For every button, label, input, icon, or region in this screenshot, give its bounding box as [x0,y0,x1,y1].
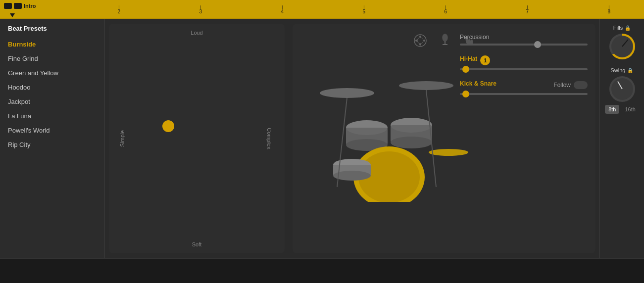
svg-point-2 [419,36,421,38]
hihat-slider[interactable] [460,68,588,70]
ruler-mark-5: 5 [362,4,365,14]
fills-section: Fills 🔒 [609,25,635,59]
ruler-mark-6: 6 [444,4,447,14]
loop-icon: ↩ [14,3,22,9]
pad-label-soft: Soft [192,241,202,247]
fills-knob-inner [611,36,633,57]
swing-8th-button[interactable]: 8th [605,105,619,114]
swing-lock-icon: 🔒 [627,68,633,73]
fills-label: Fills 🔒 [613,25,631,31]
kick-snare-row: Kick & Snare Follow [460,80,588,90]
preset-la-luna[interactable]: La Luna [0,109,104,123]
preset-hoodoo[interactable]: Hoodoo [0,80,104,94]
svg-point-4 [415,40,417,42]
ruler-mark-3: 3 [199,4,202,14]
swing-section: Swing 🔒 8th 16th [605,67,639,114]
svg-point-9 [320,88,374,98]
timeline-section-label: Intro [24,3,36,9]
bottom-bar [0,258,644,283]
hihat-label-row: Hi-Hat 1 [460,55,588,65]
preset-jackpot[interactable]: Jackpot [0,94,104,109]
kick-snare-slider[interactable] [460,93,588,95]
pad-label-loud: Loud [191,30,202,36]
hihat-thumb[interactable] [462,66,469,73]
hihat-badge: 1 [480,55,490,65]
pad-label-complex: Complex [266,128,272,149]
ruler-mark-7: 7 [526,4,529,14]
svg-point-17 [391,137,432,148]
sidebar-title: Beat Presets [0,25,104,37]
pad-label-simple: Simple [119,130,125,147]
svg-point-3 [423,40,425,42]
fills-knob[interactable] [609,34,635,59]
swing-16th-button[interactable]: 16th [621,105,639,114]
sidebar: Beat Presets Burnside Fine Grind Green a… [0,19,105,258]
fills-lock-icon: 🔒 [625,25,631,31]
right-panel: Fills 🔒 Swing 🔒 8th 16th [599,19,644,258]
follow-toggle: Follow [553,81,588,89]
kick-snare-label: Kick & Snare [460,80,496,87]
percussion-section: Percussion [460,34,588,46]
preset-green-yellow[interactable]: Green and Yellow [0,66,104,80]
svg-point-1 [417,38,423,44]
percussion-label: Percussion [460,34,588,41]
ruler-mark-4: 4 [281,4,284,14]
percussion-slider[interactable] [460,44,588,46]
beat-pad[interactable]: Loud Soft Simple Complex [109,24,285,253]
kick-snare-thumb[interactable] [462,91,469,97]
hihat-label: Hi-Hat [460,55,477,62]
hihat-section: Hi-Hat 1 [460,55,588,70]
drum-area: Percussion Hi-Hat 1 Kick & Snare [293,24,595,253]
svg-point-6 [443,34,447,41]
preset-burnside[interactable]: Burnside [0,37,104,51]
kick-snare-section: Kick & Snare Follow [460,80,588,95]
follow-switch[interactable] [574,81,588,89]
play-icon: ▶ [4,3,12,9]
ruler-marks: 2 3 4 5 6 7 8 [4,4,640,14]
swing-label: Swing 🔒 [611,67,634,73]
preset-powells-world[interactable]: Powell's World [0,123,104,138]
follow-label: Follow [553,82,571,89]
preset-rip-city[interactable]: Rip City [0,138,104,152]
ruler-mark-2: 2 [117,4,120,14]
svg-point-10 [399,81,453,90]
drum-controls: Percussion Hi-Hat 1 Kick & Snare [452,24,595,253]
playhead[interactable] [10,13,15,18]
timeline-label-area: ▶ ↩ Intro [4,3,36,9]
timeline-ruler[interactable]: ▶ ↩ Intro 2 3 4 5 6 7 8 [0,0,644,19]
swing-text: Swing [611,67,626,73]
swing-knob[interactable] [609,76,635,102]
ruler-mark-8: 8 [607,4,610,14]
swing-buttons: 8th 16th [605,105,639,114]
fills-text: Fills [613,25,623,31]
beat-pad-dot[interactable] [162,120,174,132]
percussion-thumb[interactable] [534,41,541,48]
preset-fine-grind[interactable]: Fine Grind [0,51,104,66]
main-content: Beat Presets Burnside Fine Grind Green a… [0,19,644,258]
